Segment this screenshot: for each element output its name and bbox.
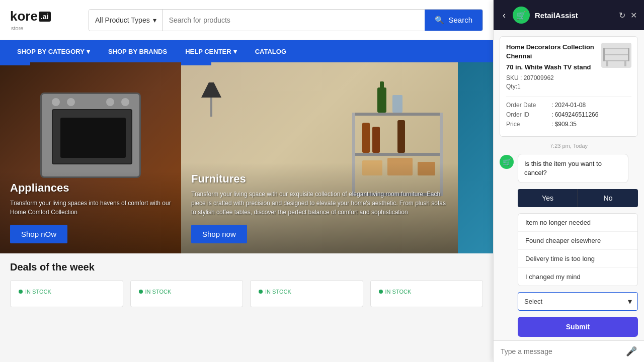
in-stock-badge-3: IN STOCK [259,289,355,295]
in-stock-dot [19,290,23,294]
logo: kore.ai [10,9,51,24]
yes-no-buttons: Yes No [518,189,638,207]
svg-rect-7 [392,95,403,113]
svg-rect-1 [352,153,443,156]
order-date-value: : 2024-01-08 [551,102,586,109]
in-stock-badge-2: IN STOCK [139,289,235,295]
product-type-dropdown[interactable]: All Product Types ▾ [89,10,163,31]
reason-select[interactable]: Select Item no longer needed Found cheap… [518,292,638,311]
chevron-down-icon: ▾ [233,48,237,55]
hero-label-bar-2 [181,62,211,65]
select-container: Select Item no longer needed Found cheap… [518,292,638,311]
reason-item-2[interactable]: Found cheaper elsewhere [518,232,637,250]
in-stock-dot [379,290,383,294]
hero-card-furniture: Furnitures Transform your living space w… [181,62,458,253]
deals-section: Deals of the week IN STOCK IN STOCK IN S… [0,253,493,315]
nav-catalog[interactable]: CATALOG [248,40,293,62]
deal-card-4: IN STOCK [370,280,484,307]
hero-section: Appliances Transform your living spaces … [0,62,493,253]
product-info-row: Home Decorators Collection Chennai 70 in… [506,43,631,90]
oven-graphic [40,93,141,178]
no-button[interactable]: No [578,189,638,207]
yes-button[interactable]: Yes [518,189,578,207]
deal-card-2: IN STOCK [130,280,244,307]
logo-brand: kore [10,9,38,24]
in-stock-dot [259,290,263,294]
svg-rect-19 [603,48,605,61]
deal-card-1: IN STOCK [10,280,123,307]
chat-panel: ‹ 🛒 RetailAssist ↻ ✕ Home Decorators Col… [493,0,644,362]
svg-rect-15 [210,98,212,117]
hero-overlay-furniture: Furnitures Transform your living space w… [181,162,458,253]
chat-body[interactable]: Home Decorators Collection Chennai 70 in… [494,30,644,340]
submit-button[interactable]: Submit [518,317,638,337]
search-button-label: Search [448,16,472,24]
chat-message-row: 🛒 Is this the item you want to cancel? [500,154,638,183]
svg-marker-14 [201,82,221,98]
order-date-label: Order Date [506,102,551,109]
hero-overlay-appliances: Appliances Transform your living spaces … [0,171,181,253]
order-id-label: Order ID [506,111,551,118]
chat-close-button[interactable]: ✕ [630,11,637,20]
svg-rect-9 [372,127,380,153]
logo-area: kore.ai store [10,9,80,31]
product-thumbnail [601,43,631,68]
deal-card-3: IN STOCK [250,280,363,307]
chat-cancel-question: Is this the item you want to cancel? [518,154,628,183]
select-wrapper: Select Item no longer needed Found cheap… [518,292,638,311]
hero-label-bar [0,62,30,65]
order-id-value: : 6049246511266 [551,111,598,118]
chat-header: ‹ 🛒 RetailAssist ↻ ✕ [494,0,644,30]
bot-name: RetailAssist [535,11,614,20]
reason-item-1[interactable]: Item no longer needed [518,214,637,232]
header: kore.ai store All Product Types ▾ 🔍 Sear… [0,0,493,40]
product-qty: Qty:1 [506,83,597,90]
order-date-row: Order Date : 2024-01-08 [506,102,631,109]
svg-rect-10 [397,120,405,153]
shop-now-furniture[interactable]: Shop now [191,225,247,243]
search-icon: 🔍 [435,16,444,25]
chat-timestamp: 7:23 pm, Today [500,143,638,149]
reason-item-3[interactable]: Delivery time is too long [518,250,637,268]
mic-button[interactable]: 🎤 [626,346,637,357]
reason-item-4[interactable]: I changed my mind [518,268,637,286]
logo-ai: .ai [39,12,51,22]
chat-text-input[interactable] [501,347,621,355]
svg-rect-21 [606,61,608,66]
hero-card-third [458,62,493,253]
chat-refresh-button[interactable]: ↻ [619,11,625,20]
chevron-down-icon: ▾ [87,48,90,55]
nav-shop-by-category[interactable]: SHOP BY CATEGORY ▾ [10,40,97,62]
product-details: Home Decorators Collection Chennai 70 in… [506,43,597,90]
hero-desc-furniture: Transform your living space with our exq… [191,190,448,217]
order-details: Order Date : 2024-01-08 Order ID : 60492… [506,96,631,128]
svg-rect-5 [377,87,386,113]
mic-icon: 🎤 [626,346,637,356]
shop-now-appliances[interactable]: Shop nOw [10,225,67,243]
product-type-label: All Product Types [95,16,150,24]
search-input[interactable] [163,10,425,31]
hero-title-furniture: Furnitures [191,172,448,186]
chat-header-actions: ↻ ✕ [619,11,637,20]
svg-rect-6 [380,81,384,88]
chevron-down-icon: ▾ [153,16,156,24]
nav-shop-by-brands[interactable]: SHOP BY BRANDS [101,40,174,62]
tv-stand-svg [602,44,630,67]
deals-row: IN STOCK IN STOCK IN STOCK IN STOCK [10,280,483,307]
nav-help-center[interactable]: HELP CENTER ▾ [178,40,244,62]
chat-product-card: Home Decorators Collection Chennai 70 in… [500,36,638,137]
hero-card-appliances: Appliances Transform your living spaces … [0,62,181,253]
logo-sub: store [10,25,23,31]
lamp-graphic [196,77,226,118]
hero-desc-appliances: Transform your living spaces into havens… [10,199,171,217]
order-id-row: Order ID : 6049246511266 [506,111,631,118]
search-container: All Product Types ▾ 🔍 Search [89,9,483,31]
order-price-label: Price [506,121,551,128]
in-stock-badge-1: IN STOCK [19,289,115,295]
chat-back-button[interactable]: ‹ [501,10,508,21]
svg-rect-22 [624,61,626,66]
bot-avatar: 🛒 [513,7,530,24]
navigation: SHOP BY CATEGORY ▾ SHOP BY BRANDS HELP C… [0,40,493,62]
search-button[interactable]: 🔍 Search [425,10,482,31]
svg-rect-20 [628,48,629,61]
